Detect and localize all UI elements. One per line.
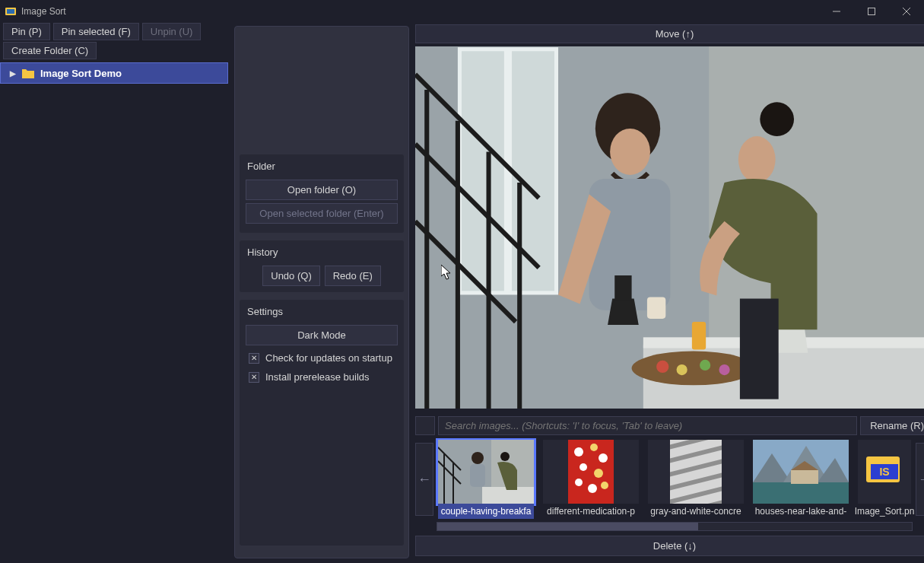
- svg-point-21: [656, 361, 668, 373]
- thumbnail-image: [543, 440, 639, 504]
- svg-rect-61: [753, 482, 849, 504]
- folder-tree: ▶ Image Sort Demo: [0, 61, 228, 563]
- prerelease-checkbox[interactable]: ✕ Install prerelease builds: [246, 367, 398, 386]
- undo-button[interactable]: Undo (Q): [262, 266, 319, 286]
- prev-image-button[interactable]: ←: [415, 443, 433, 516]
- thumbnail-scrollbar[interactable]: [437, 522, 913, 531]
- updates-label: Check for updates on startup: [265, 352, 392, 364]
- svg-rect-25: [692, 322, 706, 350]
- tree-expand-icon[interactable]: ▶: [10, 69, 16, 78]
- svg-rect-65: [791, 470, 818, 484]
- svg-rect-9: [462, 51, 504, 291]
- svg-rect-29: [614, 275, 631, 301]
- svg-point-41: [472, 452, 484, 464]
- svg-point-49: [594, 469, 603, 478]
- thumbnail-item[interactable]: gray-and-white-concre: [648, 440, 744, 519]
- svg-point-50: [575, 479, 583, 486]
- thumbnail-image: IS: [858, 440, 911, 504]
- search-prefix: [415, 416, 435, 435]
- open-selected-folder-button[interactable]: Open selected folder (Enter): [246, 203, 398, 224]
- thumbnail-strip: couple-having-breakfa different-medicati…: [433, 438, 916, 520]
- svg-point-24: [719, 364, 729, 375]
- svg-point-31: [760, 102, 794, 136]
- app-icon: [5, 5, 17, 17]
- scrollbar-thumb[interactable]: [437, 523, 698, 530]
- thumbnail-item[interactable]: couple-having-breakfa: [438, 440, 534, 519]
- svg-point-27: [610, 129, 650, 175]
- search-input[interactable]: [438, 416, 857, 435]
- redo-button[interactable]: Redo (E): [325, 266, 381, 286]
- create-folder-button[interactable]: Create Folder (C): [3, 42, 97, 59]
- svg-rect-1: [7, 9, 14, 14]
- maximize-button[interactable]: [854, 0, 889, 23]
- settings-panel-title: Settings: [246, 306, 398, 317]
- folder-tree-panel: Pin (P) Pin selected (F) Unpin (U) Creat…: [0, 23, 228, 563]
- settings-panel: Settings Dark Mode ✕ Check for updates o…: [240, 300, 404, 546]
- thumbnail-label: different-medication-p: [543, 504, 639, 519]
- svg-point-45: [574, 447, 583, 456]
- checkbox-icon: ✕: [249, 353, 259, 364]
- preview-panel: Move (↑): [415, 23, 924, 563]
- svg-point-22: [677, 364, 687, 375]
- svg-point-23: [700, 360, 710, 371]
- open-folder-button[interactable]: Open folder (O): [246, 180, 398, 200]
- svg-point-20: [632, 351, 756, 386]
- thumbnail-label: houses-near-lake-and-: [753, 504, 849, 519]
- thumbnail-item[interactable]: different-medication-p: [543, 440, 639, 519]
- svg-point-32: [738, 136, 776, 183]
- prerelease-label: Install prerelease builds: [265, 371, 370, 383]
- window-title: Image Sort: [21, 6, 66, 17]
- thumbnail-item[interactable]: houses-near-lake-and-: [753, 440, 849, 519]
- history-panel: History Undo (Q) Redo (E): [240, 240, 404, 292]
- image-preview[interactable]: [415, 46, 924, 409]
- dark-mode-button[interactable]: Dark Mode: [246, 325, 398, 345]
- thumbnail-image: [753, 440, 849, 504]
- tree-item-label: Image Sort Demo: [40, 68, 122, 79]
- unpin-button[interactable]: Unpin (U): [142, 23, 202, 40]
- svg-rect-42: [470, 464, 485, 487]
- thumbnail-image: [648, 440, 744, 504]
- title-bar: Image Sort: [0, 0, 924, 23]
- next-image-button[interactable]: →: [916, 443, 924, 516]
- history-panel-title: History: [246, 247, 398, 258]
- close-button[interactable]: [889, 0, 924, 23]
- folder-icon: [22, 68, 34, 78]
- svg-point-48: [579, 463, 587, 471]
- delete-button[interactable]: Delete (↓): [415, 536, 924, 556]
- thumbnail-item[interactable]: IS Image_Sort.pn: [858, 440, 911, 519]
- tree-item-image-sort-demo[interactable]: ▶ Image Sort Demo: [0, 62, 228, 84]
- rename-button[interactable]: Rename (R): [860, 416, 924, 435]
- thumbnail-label: Image_Sort.pn: [837, 504, 916, 519]
- pin-selected-button[interactable]: Pin selected (F): [53, 23, 139, 40]
- checkbox-icon: ✕: [249, 372, 259, 383]
- svg-rect-33: [740, 299, 779, 399]
- svg-point-46: [590, 444, 598, 451]
- actions-panel: Folder Open folder (O) Open selected fol…: [234, 26, 409, 558]
- svg-point-43: [500, 452, 510, 461]
- thumbnail-image: [438, 440, 534, 504]
- svg-rect-3: [868, 8, 875, 15]
- thumbnail-label: couple-having-breakfa: [438, 504, 534, 519]
- svg-point-52: [601, 482, 608, 489]
- folder-panel: Folder Open folder (O) Open selected fol…: [240, 154, 404, 233]
- folder-panel-title: Folder: [246, 161, 398, 172]
- thumbnail-label: gray-and-white-concre: [648, 504, 744, 519]
- svg-point-47: [599, 453, 608, 463]
- updates-checkbox[interactable]: ✕ Check for updates on startup: [246, 348, 398, 367]
- svg-text:IS: IS: [879, 466, 889, 478]
- svg-point-51: [588, 484, 597, 493]
- move-button[interactable]: Move (↑): [415, 24, 924, 43]
- pin-button[interactable]: Pin (P): [3, 23, 50, 40]
- svg-rect-30: [647, 297, 665, 318]
- minimize-button[interactable]: [819, 0, 854, 23]
